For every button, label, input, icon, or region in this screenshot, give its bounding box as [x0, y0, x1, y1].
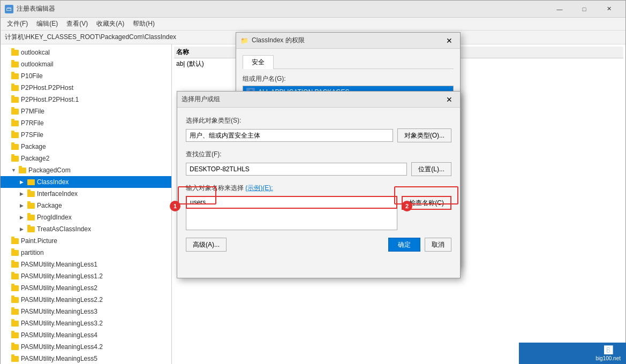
address-text: 计算机\HKEY_CLASSES_ROOT\PackagedCom\ClassI… [5, 33, 176, 42]
tree-item[interactable]: PASMUtility.MeaningLess2 [1, 282, 171, 294]
example-link[interactable]: (示例)(E): [245, 184, 273, 192]
tree-panel[interactable]: outlookcal outlookmail P10File P2PHost.P… [1, 44, 172, 364]
select-user-close-button[interactable]: ✕ [443, 93, 456, 106]
app-icon: 🗃 [5, 5, 13, 13]
expand-arrow-icon: ▶ [20, 191, 26, 196]
menu-view[interactable]: 查看(V) [62, 18, 92, 29]
group-label: 组或用户名(G): [243, 74, 454, 84]
tree-item[interactable]: outlookcal [1, 47, 171, 58]
app-title: 注册表编辑器 [17, 4, 55, 13]
permissions-title-text: ClassIndex 的权限 [252, 36, 305, 45]
select-user-footer: 高级(A)... 确定 取消 [186, 238, 451, 252]
object-type-button[interactable]: 对象类型(O)... [397, 128, 451, 142]
object-type-section: 选择此对象类型(S): 对象类型(O)... [186, 116, 451, 142]
bottom-bar: 🅱 big100.net [519, 343, 626, 364]
name-list-area [186, 209, 397, 230]
folder-icon [27, 215, 35, 221]
folder-icon [27, 226, 35, 232]
security-tab[interactable]: 安全 [243, 55, 274, 69]
tree-item[interactable]: P7SFile [1, 129, 171, 141]
input-name-row: 检查名称(C) [186, 196, 451, 230]
folder-icon [11, 274, 19, 279]
tree-item[interactable]: ▶ TreatAsClassIndex [1, 223, 171, 235]
folder-icon [11, 85, 19, 91]
tree-item[interactable]: ▶ ProgIdIndex [1, 211, 171, 223]
permissions-title-left: 📁 ClassIndex 的权限 [240, 36, 305, 45]
select-user-cancel-button[interactable]: 取消 [425, 238, 451, 252]
tree-item[interactable]: P2PHost.P2PHost [1, 82, 171, 94]
select-user-title-left: 选择用户或组 [182, 95, 220, 104]
title-bar-left: 🗃 注册表编辑器 [5, 4, 55, 13]
expand-arrow-icon: ▶ [20, 226, 26, 232]
tree-item[interactable]: P10File [1, 70, 171, 82]
location-row: 位置(L)... [186, 162, 451, 176]
menu-help[interactable]: 帮助(H) [129, 18, 159, 29]
tree-item[interactable]: Package2 [1, 153, 171, 164]
permissions-folder-icon: 📁 [240, 37, 248, 44]
ok-cancel-buttons: 确定 取消 [388, 238, 451, 252]
folder-icon [11, 250, 19, 256]
tree-item[interactable]: P7MFile [1, 105, 171, 117]
close-button[interactable]: ✕ [597, 1, 621, 18]
object-type-input[interactable] [186, 129, 393, 142]
tree-item[interactable]: PASMUtility.MeaningLess5 [1, 353, 171, 364]
logo-icon: 🅱 [604, 346, 613, 355]
tree-item[interactable]: ▶ InterfaceIndex [1, 188, 171, 200]
folder-icon [11, 132, 19, 138]
folder-icon [19, 168, 26, 173]
expand-arrow-icon: ▶ [20, 179, 26, 185]
object-name-input[interactable] [186, 196, 397, 209]
folder-icon [27, 203, 35, 209]
input-name-label: 输入对象名称来选择 (示例)(E): [186, 184, 451, 193]
logo-text: big100.net [595, 355, 621, 361]
folder-icon [11, 144, 19, 150]
tree-item[interactable]: partition [1, 247, 171, 259]
tree-item[interactable]: PASMUtility.MeaningLess2.2 [1, 294, 171, 306]
folder-icon [11, 109, 19, 115]
object-type-label: 选择此对象类型(S): [186, 116, 451, 125]
location-label: 查找位置(F): [186, 150, 451, 159]
tree-item[interactable]: PASMUtility.MeaningLess1.2 [1, 270, 171, 282]
tree-item[interactable]: PASMUtility.MeaningLess4 [1, 329, 171, 341]
select-user-ok-button[interactable]: 确定 [388, 238, 420, 252]
tree-item[interactable]: ▶ Package [1, 200, 171, 211]
tree-item[interactable]: PASMUtility.MeaningLess3 [1, 306, 171, 317]
tree-item[interactable]: outlookmail [1, 58, 171, 70]
folder-icon [11, 309, 19, 315]
input-area [186, 196, 397, 230]
advanced-button[interactable]: 高级(A)... [186, 238, 227, 252]
tree-item[interactable]: PASMUtility.MeaningLess1 [1, 259, 171, 270]
tree-item[interactable]: Paint.Picture [1, 235, 171, 247]
folder-icon [27, 191, 35, 197]
permissions-close-button[interactable]: ✕ [443, 34, 456, 47]
menu-edit[interactable]: 编辑(E) [32, 18, 62, 29]
folder-icon [11, 262, 19, 268]
menu-favorites[interactable]: 收藏夹(A) [92, 18, 129, 29]
minimize-button[interactable]: — [547, 1, 572, 18]
folder-icon [11, 344, 19, 350]
tree-item[interactable]: PASMUtility.MeaningLess4.2 [1, 341, 171, 353]
expand-arrow-icon: ▶ [20, 215, 26, 220]
location-button[interactable]: 位置(L)... [411, 162, 451, 176]
tab-container: 安全 [243, 55, 454, 69]
folder-icon [11, 356, 19, 362]
tree-item[interactable]: Package [1, 141, 171, 153]
tree-item-classindex[interactable]: ▶ ClassIndex [1, 176, 171, 188]
logo-area: 🅱 big100.net [595, 346, 621, 361]
folder-icon [11, 332, 19, 338]
badge-2: 2 [402, 201, 412, 211]
menu-file[interactable]: 文件(F) [3, 18, 32, 29]
expand-arrow-icon: ▶ [20, 203, 26, 208]
tree-item-packagedcom[interactable]: ▼ PackagedCom [1, 164, 171, 176]
maximize-button[interactable]: □ [572, 1, 597, 18]
tree-item[interactable]: PASMUtility.MeaningLess3.2 [1, 317, 171, 329]
select-user-title-text: 选择用户或组 [182, 95, 220, 104]
tree-item[interactable]: P2PHost.P2PHost.1 [1, 94, 171, 105]
location-section: 查找位置(F): 位置(L)... [186, 150, 451, 176]
object-type-row: 对象类型(O)... [186, 128, 451, 142]
location-input[interactable] [186, 163, 407, 176]
folder-icon [11, 120, 19, 126]
tree-item[interactable]: P7RFile [1, 117, 171, 129]
folder-icon [11, 62, 19, 67]
folder-icon [11, 156, 19, 162]
